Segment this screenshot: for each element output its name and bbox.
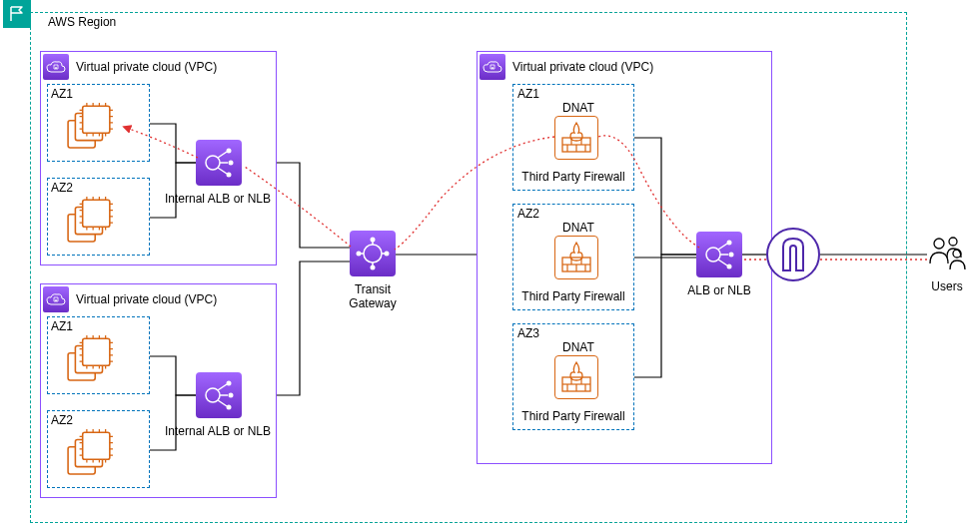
ec2-icon xyxy=(61,102,119,153)
fw-label: Third Party Firewall xyxy=(512,170,634,184)
firewall-icon xyxy=(554,355,598,399)
ec2-icon xyxy=(61,196,119,247)
dnat-label: DNAT xyxy=(562,101,594,115)
firewall-icon xyxy=(554,236,598,279)
load-balancer-icon xyxy=(196,140,242,186)
vpc-b-az2-label: AZ2 xyxy=(51,413,73,427)
vpc-a-az2-label: AZ2 xyxy=(51,181,73,195)
vpc-icon xyxy=(43,54,69,80)
vpc-c-label: Virtual private cloud (VPC) xyxy=(512,60,653,74)
firewall-icon xyxy=(554,116,598,160)
vpc-b-label: Virtual private cloud (VPC) xyxy=(76,292,217,306)
vpc-c-lb-label: ALB or NLB xyxy=(687,283,751,297)
vpc-b-lb-label: Internal ALB or NLB xyxy=(163,424,273,438)
ec2-icon xyxy=(61,428,119,479)
dnat-label: DNAT xyxy=(562,221,594,235)
transit-gateway-label: Transit Gateway xyxy=(330,282,416,310)
load-balancer-icon xyxy=(196,372,242,418)
vpc-a-az1-label: AZ1 xyxy=(51,87,73,101)
vpc-icon xyxy=(43,286,69,312)
fw-label: Third Party Firewall xyxy=(512,289,634,303)
users-label: Users xyxy=(927,279,967,293)
transit-gateway-icon xyxy=(350,231,396,276)
vpc-a-label: Virtual private cloud (VPC) xyxy=(76,60,217,74)
dnat-label: DNAT xyxy=(562,340,594,354)
load-balancer-icon xyxy=(696,232,742,277)
vpc-c-az3-label: AZ3 xyxy=(517,326,539,340)
region-icon xyxy=(3,0,31,28)
users-icon xyxy=(927,236,967,274)
vpc-c-az2-label: AZ2 xyxy=(517,207,539,221)
vpc-icon xyxy=(480,54,505,80)
aws-region-label: AWS Region xyxy=(48,15,116,29)
internet-gateway-icon xyxy=(766,228,820,281)
vpc-a-lb-label: Internal ALB or NLB xyxy=(163,192,273,206)
fw-label: Third Party Firewall xyxy=(512,409,634,423)
vpc-b-az1-label: AZ1 xyxy=(51,319,73,333)
vpc-c-az1-label: AZ1 xyxy=(517,87,539,101)
ec2-icon xyxy=(61,334,119,385)
